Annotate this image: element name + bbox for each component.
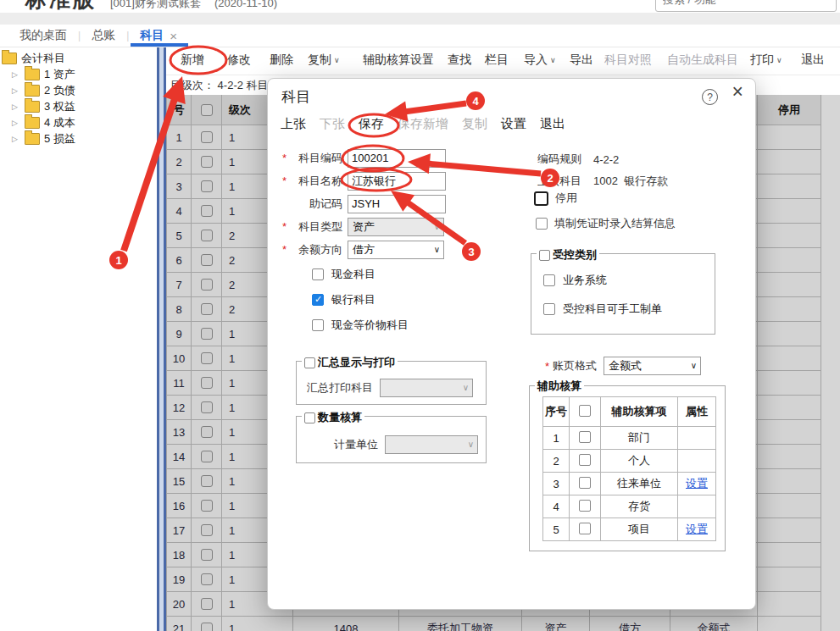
controlled-checkbox-1[interactable] — [543, 303, 555, 315]
toolbar-item-9: 科目对照 — [604, 53, 652, 68]
controlled-checkbox-0[interactable] — [543, 274, 555, 286]
toolbar-item-3[interactable]: 复制∨ — [308, 53, 340, 68]
tree-root-item[interactable]: 会计科目 — [0, 50, 157, 66]
close-icon[interactable]: × — [732, 82, 743, 102]
toolbar-item-1[interactable]: 修改 — [227, 53, 251, 68]
aux-checkbox-3[interactable] — [579, 500, 591, 512]
search-input[interactable] — [655, 0, 837, 12]
row-checkbox[interactable] — [201, 303, 213, 315]
unit-select: ∨ — [385, 435, 478, 454]
expand-arrow-icon[interactable]: ▷ — [12, 70, 20, 79]
field-label: 科目类型 — [286, 219, 342, 235]
row-checkbox[interactable] — [201, 230, 213, 241]
dialog-menu-item-6[interactable]: 退出 — [540, 116, 565, 132]
tree-item-4[interactable]: ▷4 成本 — [0, 114, 157, 130]
toolbar: 新增修改删除复制∨辅助核算设置查找栏目导入∨导出科目对照自动生成科目打印∨退出 — [166, 47, 840, 75]
page-format-select[interactable]: 金额式 ∨ — [604, 357, 701, 375]
tab-desktop[interactable]: 我的桌面 — [8, 25, 78, 47]
toolbar-item-5[interactable]: 查找 — [448, 53, 471, 68]
flag-checkbox-2[interactable] — [312, 319, 324, 331]
toolbar-item-11[interactable]: 打印∨ — [750, 53, 782, 68]
controlled-category-checkbox[interactable] — [539, 250, 550, 261]
tree-item-5[interactable]: ▷5 损益 — [0, 130, 157, 147]
app-header: 标准版 [001]财务测试账套 (2020-11-10) — [0, 0, 840, 13]
row-checkbox[interactable] — [201, 377, 213, 389]
row-checkbox[interactable] — [201, 524, 213, 536]
controlled-items: 业务系统受控科目可手工制单 — [531, 254, 715, 317]
row-checkbox[interactable] — [201, 279, 213, 291]
aux-checkbox-0[interactable] — [579, 431, 591, 443]
toolbar-item-2[interactable]: 删除 — [270, 53, 293, 68]
row-checkbox[interactable] — [201, 623, 213, 631]
row-checkbox[interactable] — [201, 328, 213, 340]
aux-checkbox-1[interactable] — [579, 454, 591, 466]
tab-close-icon[interactable]: × — [170, 29, 177, 43]
field-row-1: *科目名称 — [278, 169, 446, 192]
row-checkbox[interactable] — [201, 451, 213, 462]
aux-select-all-checkbox[interactable] — [579, 405, 591, 417]
row-checkbox[interactable] — [201, 573, 213, 585]
aux-setting-link-2[interactable]: 设置 — [686, 477, 708, 490]
quantity-checkbox[interactable] — [304, 412, 315, 423]
row-checkbox[interactable] — [201, 475, 213, 487]
tab-ledger[interactable]: 总账 — [81, 25, 126, 47]
subject-flags: 现金科目银行科目现金等价物科目 — [312, 262, 409, 338]
row-checkbox[interactable] — [201, 598, 213, 610]
row-checkbox[interactable] — [201, 180, 213, 192]
row-checkbox[interactable] — [201, 352, 213, 364]
aux-checkbox-4[interactable] — [579, 523, 591, 534]
row-checkbox[interactable] — [201, 156, 213, 168]
flag-checkbox-0[interactable] — [312, 268, 324, 280]
splitter-handle[interactable] — [157, 47, 166, 631]
toolbar-item-12[interactable]: 退出 — [801, 53, 825, 68]
expand-arrow-icon[interactable]: ▷ — [12, 119, 20, 127]
field-input-0[interactable] — [348, 149, 446, 168]
aux-setting-link-4[interactable]: 设置 — [686, 523, 708, 535]
row-checkbox[interactable] — [201, 401, 213, 413]
tab-subject[interactable]: 科目× — [129, 25, 188, 47]
aux-checkbox-2[interactable] — [579, 477, 591, 489]
toolbar-item-8[interactable]: 导出 — [570, 53, 593, 68]
tree-item-3[interactable]: ▷3 权益 — [0, 98, 157, 114]
toolbar-item-6[interactable]: 栏目 — [485, 53, 509, 68]
dialog-menu-item-5[interactable]: 设置 — [501, 116, 526, 132]
expand-arrow-icon[interactable]: ▷ — [12, 135, 20, 143]
auxiliary-legend: 辅助核算 — [537, 379, 581, 394]
dialog-menu-item-0[interactable]: 上张 — [281, 116, 306, 132]
settlement-checkbox[interactable] — [536, 218, 548, 230]
tree-item-1[interactable]: ▷1 资产 — [0, 66, 157, 82]
expand-arrow-icon[interactable]: ▷ — [12, 86, 20, 95]
row-checkbox[interactable] — [201, 131, 213, 143]
field-label: 助记码 — [286, 196, 342, 212]
toolbar-item-0[interactable]: 新增 — [181, 53, 204, 68]
toolbar-item-7[interactable]: 导入∨ — [524, 53, 556, 68]
field-select-4[interactable]: 借方∨ — [348, 241, 444, 259]
disable-checkbox[interactable] — [534, 191, 548, 206]
toolbar-item-4[interactable]: 辅助核算设置 — [363, 53, 434, 68]
chevron-down-icon: ∨ — [434, 245, 440, 254]
sidebar: 会计科目▷1 资产▷2 负债▷3 权益▷4 成本▷5 损益 — [0, 47, 157, 631]
row-checkbox[interactable] — [201, 500, 213, 512]
select-all-checkbox[interactable] — [201, 104, 213, 116]
field-input-1[interactable] — [348, 172, 446, 191]
row-checkbox[interactable] — [201, 254, 213, 266]
parent-subject-value: 1002 银行存款 — [593, 174, 668, 189]
chevron-down-icon: ∨ — [550, 56, 556, 64]
field-label: 余额方向 — [286, 242, 342, 257]
dialog-fields: *科目编码*科目名称助记码*科目类型资产∨*余额方向借方∨ — [278, 147, 446, 261]
tree-item-2[interactable]: ▷2 负债 — [0, 82, 157, 98]
dialog-menu-item-2[interactable]: 保存 — [359, 116, 384, 132]
expand-arrow-icon[interactable]: ▷ — [12, 102, 20, 111]
help-icon[interactable]: ? — [702, 89, 718, 105]
row-checkbox[interactable] — [201, 205, 213, 217]
auxiliary-table: 序号辅助核算项属性1部门2个人3往来单位设置4存货5项目设置 — [542, 396, 716, 541]
row-checkbox[interactable] — [201, 549, 213, 561]
flag-checkbox-1[interactable] — [312, 294, 324, 306]
parent-subject-label: 上级科目 — [537, 174, 581, 189]
row-checkbox[interactable] — [201, 426, 213, 438]
dialog-menu: 上张下张保存保存新增复制设置退出 — [281, 116, 565, 132]
field-label: 科目名称 — [286, 174, 342, 189]
summary-print-checkbox[interactable] — [304, 357, 315, 368]
field-input-2[interactable] — [348, 195, 446, 213]
folder-icon — [25, 101, 40, 113]
